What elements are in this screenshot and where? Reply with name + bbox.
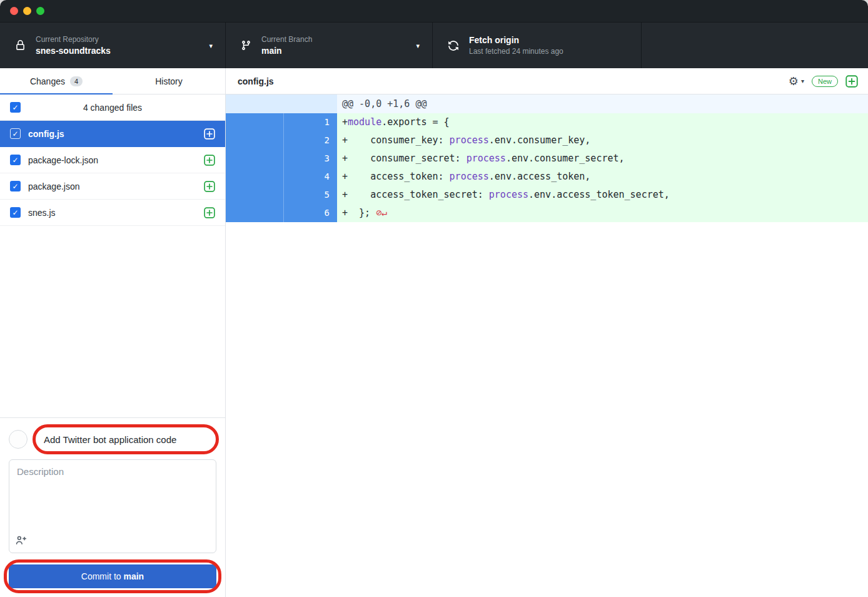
current-repository-dropdown[interactable]: Current Repository snes-soundtracks ▾ [0, 23, 226, 68]
file-include-checkbox[interactable]: ✓ [10, 155, 21, 165]
old-line-gutter[interactable] [226, 113, 283, 131]
diff-line-5[interactable]: 5+ access_token_secret: process.env.acce… [226, 186, 868, 204]
diff-code-text: + consumer_secret: process.env.consumer_… [337, 150, 868, 168]
hunk-header-text: @@ -0,0 +1,6 @@ [337, 94, 426, 113]
file-include-checkbox[interactable]: ✓ [10, 181, 21, 191]
commit-button-prefix: Commit to [81, 571, 124, 581]
new-line-number[interactable]: 4 [283, 168, 337, 186]
file-status-added-icon [204, 181, 215, 192]
new-file-badge: New [812, 76, 838, 87]
titlebar [0, 0, 868, 23]
fetch-origin-label: Fetch origin [469, 35, 563, 45]
repository-lock-icon [15, 40, 26, 51]
file-name: package-lock.json [28, 155, 204, 165]
current-repository-value: snes-soundtracks [36, 46, 111, 56]
diff-line-1[interactable]: 1+module.exports = { [226, 113, 868, 131]
diff-body: @@ -0,0 +1,6 @@ 1+module.exports = {2+ c… [226, 94, 868, 597]
sidebar-tabs: Changes 4 History [0, 68, 225, 94]
diff-file-header: config.js ⚙ ▾ New [226, 68, 868, 94]
last-fetched-text: Last fetched 24 minutes ago [469, 47, 563, 56]
add-coauthor-icon[interactable] [16, 534, 26, 548]
traffic-lights [10, 7, 44, 15]
git-branch-icon [241, 40, 251, 51]
old-line-gutter[interactable] [226, 168, 283, 186]
diff-pane: config.js ⚙ ▾ New @@ -0,0 +1,6 @@ [226, 68, 868, 597]
file-row-package-lock.json[interactable]: ✓package-lock.json [0, 147, 225, 173]
diff-line-4[interactable]: 4+ access_token: process.env.access_toke… [226, 168, 868, 186]
new-line-number[interactable]: 2 [283, 131, 337, 150]
new-line-number[interactable]: 5 [283, 186, 337, 204]
changes-count-badge: 4 [70, 76, 83, 86]
diff-line-6[interactable]: 6+ }; ⊘↵ [226, 204, 868, 222]
old-line-gutter[interactable] [226, 204, 283, 222]
diff-lines: 1+module.exports = {2+ consumer_key: pro… [226, 113, 868, 222]
hunk-gutter [226, 94, 337, 113]
diff-code-text: +module.exports = { [337, 113, 868, 131]
file-status-added-icon [204, 207, 215, 218]
current-branch-dropdown[interactable]: Current Branch main ▾ [226, 23, 433, 68]
diff-file-name: config.js [238, 76, 274, 86]
current-repository-label: Current Repository [36, 35, 111, 44]
diff-code-text: + access_token: process.env.access_token… [337, 168, 868, 186]
new-line-number[interactable]: 1 [283, 113, 337, 131]
close-window-button[interactable] [10, 7, 18, 15]
diff-options-button[interactable]: ⚙ ▾ [789, 76, 804, 87]
commit-button[interactable]: Commit to main [9, 564, 216, 588]
current-branch-value: main [261, 46, 312, 56]
old-line-gutter[interactable] [226, 150, 283, 168]
file-row-config.js[interactable]: ✓config.js [0, 121, 225, 147]
repository-caret-icon: ▾ [209, 41, 213, 49]
commit-form: Commit to main [0, 417, 225, 597]
file-status-added-icon [204, 128, 215, 140]
fetch-origin-button[interactable]: Fetch origin Last fetched 24 minutes ago [433, 23, 642, 68]
app-window: Current Repository snes-soundtracks ▾ Cu… [0, 0, 868, 597]
diff-line-3[interactable]: 3+ consumer_secret: process.env.consumer… [226, 150, 868, 168]
gear-icon: ⚙ [789, 76, 799, 87]
branch-caret-icon: ▾ [416, 41, 420, 49]
select-all-checkbox[interactable]: ✓ [10, 102, 21, 113]
commit-summary-input[interactable] [34, 427, 216, 452]
new-line-number[interactable]: 6 [283, 204, 337, 222]
sidebar-empty-space [0, 226, 225, 417]
changes-sidebar: Changes 4 History ✓ 4 changed files ✓con… [0, 68, 226, 597]
tab-changes[interactable]: Changes 4 [0, 68, 113, 94]
commit-button-wrap: Commit to main [9, 564, 216, 588]
tab-changes-label: Changes [30, 76, 65, 86]
zoom-window-button[interactable] [36, 7, 44, 15]
commit-button-branch: main [124, 571, 144, 581]
file-row-package.json[interactable]: ✓package.json [0, 173, 225, 200]
tab-history-label: History [155, 76, 183, 86]
diff-code-text: + }; ⊘↵ [337, 204, 868, 222]
file-status-added-icon [204, 155, 215, 166]
commit-description-input[interactable] [17, 466, 208, 529]
new-line-number[interactable]: 3 [283, 150, 337, 168]
diff-code-text: + consumer_key: process.env.consumer_key… [337, 131, 868, 150]
changed-file-list: ✓config.js✓package-lock.json✓package.jso… [0, 121, 225, 226]
avatar [9, 430, 28, 449]
sync-icon [448, 40, 459, 51]
file-row-snes.js[interactable]: ✓snes.js [0, 200, 225, 226]
file-name: snes.js [28, 208, 204, 218]
file-include-checkbox[interactable]: ✓ [10, 207, 21, 218]
minimize-window-button[interactable] [23, 7, 31, 15]
commit-summary-row [9, 426, 216, 453]
current-branch-label: Current Branch [261, 35, 312, 44]
tab-history[interactable]: History [113, 68, 225, 94]
diff-line-2[interactable]: 2+ consumer_key: process.env.consumer_ke… [226, 131, 868, 150]
hunk-header-row: @@ -0,0 +1,6 @@ [226, 94, 868, 113]
changed-files-count: 4 changed files [83, 103, 142, 113]
diff-code-text: + access_token_secret: process.env.acces… [337, 186, 868, 204]
toolbar: Current Repository snes-soundtracks ▾ Cu… [0, 23, 868, 68]
added-file-icon [845, 75, 858, 88]
commit-description-box [9, 459, 216, 553]
old-line-gutter[interactable] [226, 131, 283, 150]
file-name: config.js [28, 129, 204, 139]
gear-caret-icon: ▾ [801, 78, 804, 84]
changed-files-header: ✓ 4 changed files [0, 94, 225, 121]
file-include-checkbox[interactable]: ✓ [10, 128, 21, 139]
file-name: package.json [28, 181, 204, 191]
old-line-gutter[interactable] [226, 186, 283, 204]
